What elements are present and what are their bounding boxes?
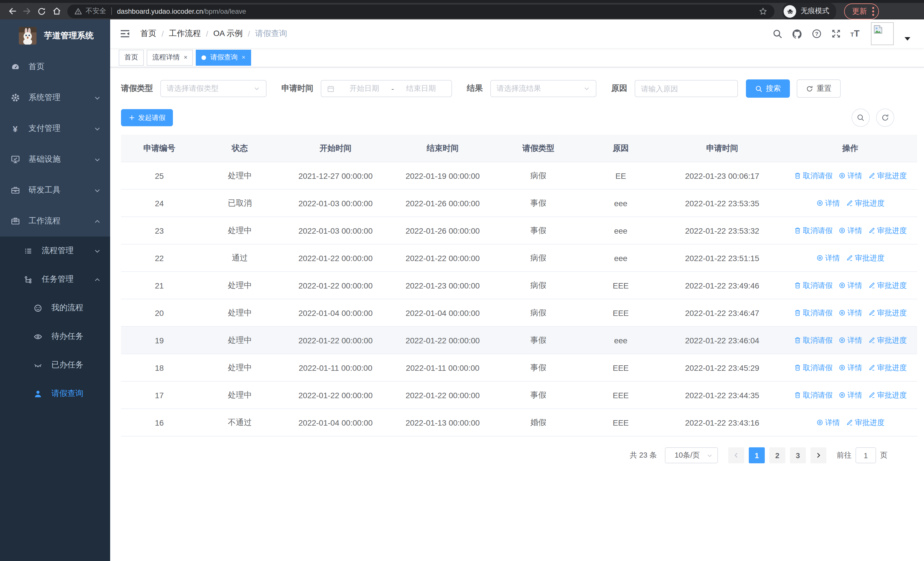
action-cancel-link[interactable]: 取消请假: [794, 335, 832, 345]
avatar[interactable]: [871, 22, 894, 45]
action-progress-link[interactable]: 审批进度: [846, 417, 885, 428]
sidebar-item-system-management[interactable]: 系统管理: [0, 82, 110, 113]
action-progress-link[interactable]: 审批进度: [846, 253, 885, 263]
security-warning-label[interactable]: 不安全: [86, 6, 106, 16]
cell-applied: 2022-01-22 23:53:35: [661, 190, 783, 217]
tab-process-detail[interactable]: 流程详情×: [147, 50, 193, 65]
action-cancel-link[interactable]: 取消请假: [794, 390, 832, 400]
action-cancel-link[interactable]: 取消请假: [794, 280, 832, 290]
tab-close-icon[interactable]: ×: [242, 54, 245, 60]
sidebar-item-dev-tools[interactable]: 研发工具: [0, 175, 110, 206]
cell-reason: eee: [580, 244, 661, 272]
action-detail-link[interactable]: 详情: [838, 335, 862, 345]
action-progress-link[interactable]: 审批进度: [868, 390, 907, 400]
browser-update-button[interactable]: 更新: [844, 3, 879, 19]
table-search-toggle-icon[interactable]: [852, 108, 870, 127]
result-select[interactable]: 请选择流结果: [490, 80, 596, 97]
action-detail-link[interactable]: 详情: [816, 253, 840, 263]
action-progress-link[interactable]: 审批进度: [868, 226, 907, 236]
sidebar-item-my-processes[interactable]: 我的流程: [0, 294, 110, 322]
cell-id: 23: [121, 217, 198, 244]
page-size-select[interactable]: 10条/页: [665, 447, 718, 463]
header-search-icon[interactable]: [773, 29, 783, 39]
action-detail-link[interactable]: 详情: [816, 198, 840, 208]
fullscreen-icon[interactable]: [831, 29, 841, 39]
action-cancel-link[interactable]: 取消请假: [794, 226, 832, 236]
action-detail-link[interactable]: 详情: [838, 390, 862, 400]
eye-icon: [33, 332, 43, 341]
action-progress-link[interactable]: 审批进度: [846, 198, 885, 208]
start-date-placeholder[interactable]: 开始日期: [340, 83, 389, 94]
reason-input[interactable]: [635, 81, 737, 96]
tab-home[interactable]: 首页: [119, 50, 144, 65]
action-cancel-link[interactable]: 取消请假: [794, 170, 832, 181]
search-button[interactable]: 搜索: [746, 80, 790, 98]
cell-end: 2022-01-11 00:00:00: [389, 354, 496, 381]
github-icon[interactable]: [792, 28, 802, 39]
browser-reload-icon[interactable]: [34, 4, 49, 18]
cell-applied: 2022-01-22 23:46:47: [661, 299, 783, 326]
browser-menu-dots-icon[interactable]: [872, 7, 874, 16]
table-row: 24已取消2022-01-03 00:00:002022-01-26 00:00…: [121, 190, 917, 217]
create-leave-button[interactable]: 发起请假: [121, 109, 173, 126]
reset-button[interactable]: 重置: [797, 80, 841, 98]
leave-type-select[interactable]: 请选择请假类型: [160, 80, 267, 97]
action-detail-link[interactable]: 详情: [838, 226, 862, 236]
breadcrumb-item[interactable]: 工作流程: [169, 29, 201, 39]
chevron-down-icon: [94, 94, 101, 101]
tab-close-icon[interactable]: ×: [184, 54, 188, 60]
sidebar-item-task-management[interactable]: 任务管理: [0, 265, 110, 294]
pagination-next-button[interactable]: [810, 447, 826, 463]
action-cancel-link[interactable]: 取消请假: [794, 308, 832, 318]
update-label[interactable]: 更新: [852, 6, 867, 16]
action-detail-link[interactable]: 详情: [838, 280, 862, 290]
action-detail-link[interactable]: 详情: [838, 308, 862, 318]
pagination-prev-button[interactable]: [728, 447, 744, 463]
sidebar-item-payment-management[interactable]: ¥支付管理: [0, 113, 110, 144]
goto-page-input[interactable]: [855, 447, 876, 463]
pen-icon: [846, 199, 853, 207]
action-cancel-link[interactable]: 取消请假: [794, 362, 832, 373]
action-progress-link[interactable]: 审批进度: [868, 335, 907, 345]
action-detail-link[interactable]: 详情: [816, 417, 840, 428]
sidebar-item-workflow[interactable]: 工作流程: [0, 206, 110, 236]
browser-home-icon[interactable]: [49, 4, 64, 18]
breadcrumb-item[interactable]: OA 示例: [213, 29, 243, 39]
incognito-icon: [784, 5, 796, 17]
action-detail-link[interactable]: 详情: [838, 362, 862, 373]
action-progress-link[interactable]: 审批进度: [868, 170, 907, 181]
sidebar-logo-row[interactable]: 芋道管理系统: [0, 20, 110, 51]
action-progress-link[interactable]: 审批进度: [868, 280, 907, 290]
apply-time-range-picker[interactable]: 开始日期 - 结束日期: [321, 80, 452, 97]
sidebar-item-process-management[interactable]: 流程管理: [0, 236, 110, 265]
tab-leave-query[interactable]: 请假查询×: [196, 50, 251, 65]
sidebar-menu: 首页系统管理¥支付管理基础设施研发工具工作流程: [0, 51, 110, 236]
browser-back-icon[interactable]: [4, 4, 20, 18]
sidebar-item-infrastructure[interactable]: 基础设施: [0, 144, 110, 175]
pagination-page-2[interactable]: 2: [770, 447, 785, 463]
action-progress-link[interactable]: 审批进度: [868, 362, 907, 373]
cell-status: 处理中: [198, 299, 282, 326]
sidebar-item-done-tasks[interactable]: 已办任务: [0, 351, 110, 379]
sidebar-item-leave-query[interactable]: 请假查询: [0, 379, 110, 408]
browser-forward-icon[interactable]: [20, 4, 34, 18]
tree-icon: [23, 275, 33, 284]
pagination-page-1[interactable]: 1: [749, 447, 765, 463]
bookmark-star-icon[interactable]: [759, 7, 768, 16]
pagination-page-3[interactable]: 3: [790, 447, 806, 463]
toolbox-icon: [10, 186, 20, 195]
sidebar-item-todo-tasks[interactable]: 待办任务: [0, 322, 110, 351]
sidebar-item-home[interactable]: 首页: [0, 51, 110, 82]
table-refresh-icon[interactable]: [876, 108, 894, 127]
security-warning-icon[interactable]: [74, 7, 82, 15]
address-bar[interactable]: 不安全 dashboard.yudao.iocoder.cn/bpm/oa/le…: [68, 4, 774, 18]
sidebar-collapse-icon[interactable]: [119, 28, 131, 39]
help-icon[interactable]: ?: [812, 29, 822, 39]
column-header: 状态: [198, 135, 282, 162]
avatar-caret-icon[interactable]: [904, 37, 910, 41]
font-size-icon[interactable]: TT: [850, 29, 860, 38]
action-progress-link[interactable]: 审批进度: [868, 308, 907, 318]
end-date-placeholder[interactable]: 结束日期: [396, 83, 446, 94]
breadcrumb-item[interactable]: 首页: [140, 29, 156, 39]
action-detail-link[interactable]: 详情: [838, 170, 862, 181]
